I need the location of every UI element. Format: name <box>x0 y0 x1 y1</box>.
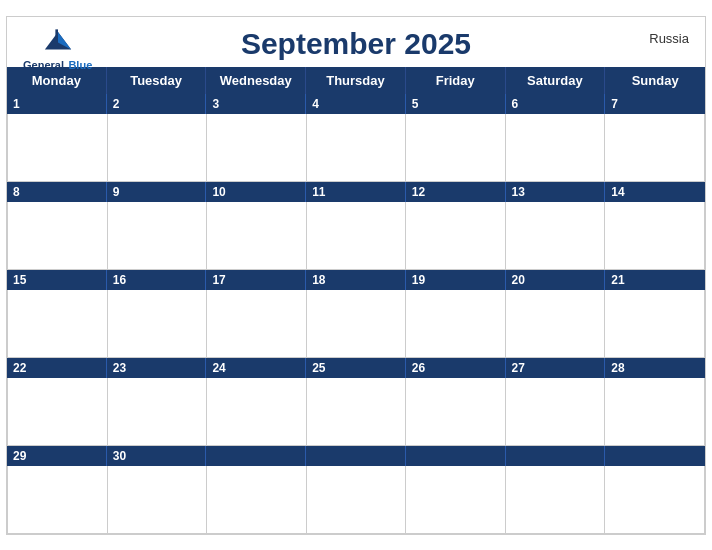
day-cell-15 <box>8 290 108 358</box>
day-cell-9 <box>108 202 208 270</box>
date-label-16: 16 <box>107 270 207 290</box>
day-cell-25 <box>307 378 407 446</box>
date-label-empty <box>406 446 506 466</box>
days-header: MondayTuesdayWednesdayThursdayFridaySatu… <box>7 67 705 94</box>
date-label-17: 17 <box>206 270 306 290</box>
date-label-9: 9 <box>107 182 207 202</box>
day-cell-28 <box>605 378 705 446</box>
country-label: Russia <box>649 31 689 46</box>
day-cell-empty-2 <box>207 466 307 534</box>
day-header-saturday: Saturday <box>506 67 606 94</box>
day-cell-1 <box>8 114 108 182</box>
day-cell-17 <box>207 290 307 358</box>
day-cell-3 <box>207 114 307 182</box>
date-label-3: 3 <box>206 94 306 114</box>
day-cell-24 <box>207 378 307 446</box>
week-content-row-1 <box>7 202 705 270</box>
day-cell-29 <box>8 466 108 534</box>
date-label-12: 12 <box>406 182 506 202</box>
week-content-row-3 <box>7 378 705 446</box>
date-label-8: 8 <box>7 182 107 202</box>
date-label-empty <box>306 446 406 466</box>
day-cell-empty-3 <box>307 466 407 534</box>
date-label-7: 7 <box>605 94 705 114</box>
date-label-20: 20 <box>506 270 606 290</box>
day-cell-12 <box>406 202 506 270</box>
day-cell-16 <box>108 290 208 358</box>
date-label-empty <box>506 446 606 466</box>
week-header-row-1: 891011121314 <box>7 182 705 202</box>
day-cell-23 <box>108 378 208 446</box>
calendar-body: 1234567891011121314151617181920212223242… <box>7 94 705 534</box>
day-cell-26 <box>406 378 506 446</box>
calendar: General Blue September 2025 Russia Monda… <box>6 16 706 535</box>
day-cell-empty-6 <box>605 466 705 534</box>
month-title: September 2025 <box>241 27 471 61</box>
date-label-22: 22 <box>7 358 107 378</box>
day-cell-20 <box>506 290 606 358</box>
week-header-row-4: 2930 <box>7 446 705 466</box>
day-cell-4 <box>307 114 407 182</box>
day-header-wednesday: Wednesday <box>206 67 306 94</box>
date-label-empty <box>605 446 705 466</box>
day-cell-2 <box>108 114 208 182</box>
svg-rect-2 <box>55 29 58 38</box>
date-label-21: 21 <box>605 270 705 290</box>
day-cell-empty-4 <box>406 466 506 534</box>
day-cell-19 <box>406 290 506 358</box>
date-label-23: 23 <box>107 358 207 378</box>
day-cell-18 <box>307 290 407 358</box>
date-label-5: 5 <box>406 94 506 114</box>
day-header-sunday: Sunday <box>605 67 705 94</box>
week-header-row-3: 22232425262728 <box>7 358 705 378</box>
calendar-header: General Blue September 2025 Russia <box>7 17 705 67</box>
date-label-10: 10 <box>206 182 306 202</box>
day-cell-5 <box>406 114 506 182</box>
date-label-27: 27 <box>506 358 606 378</box>
day-cell-21 <box>605 290 705 358</box>
date-label-24: 24 <box>206 358 306 378</box>
day-header-tuesday: Tuesday <box>107 67 207 94</box>
logo-general-text: General Blue <box>23 55 92 73</box>
day-cell-6 <box>506 114 606 182</box>
week-content-row-4 <box>7 466 705 534</box>
week-header-row-2: 15161718192021 <box>7 270 705 290</box>
date-label-25: 25 <box>306 358 406 378</box>
day-cell-13 <box>506 202 606 270</box>
date-label-4: 4 <box>306 94 406 114</box>
date-label-13: 13 <box>506 182 606 202</box>
date-label-empty <box>206 446 306 466</box>
date-label-1: 1 <box>7 94 107 114</box>
date-label-18: 18 <box>306 270 406 290</box>
day-cell-30 <box>108 466 208 534</box>
logo-icon <box>40 25 76 53</box>
day-header-friday: Friday <box>406 67 506 94</box>
day-cell-8 <box>8 202 108 270</box>
day-cell-empty-5 <box>506 466 606 534</box>
date-label-26: 26 <box>406 358 506 378</box>
day-cell-7 <box>605 114 705 182</box>
date-label-30: 30 <box>107 446 207 466</box>
week-content-row-2 <box>7 290 705 358</box>
date-label-29: 29 <box>7 446 107 466</box>
day-cell-22 <box>8 378 108 446</box>
day-header-thursday: Thursday <box>306 67 406 94</box>
date-label-2: 2 <box>107 94 207 114</box>
week-header-row-0: 1234567 <box>7 94 705 114</box>
date-label-6: 6 <box>506 94 606 114</box>
day-cell-11 <box>307 202 407 270</box>
date-label-14: 14 <box>605 182 705 202</box>
date-label-15: 15 <box>7 270 107 290</box>
date-label-28: 28 <box>605 358 705 378</box>
week-content-row-0 <box>7 114 705 182</box>
date-label-19: 19 <box>406 270 506 290</box>
date-label-11: 11 <box>306 182 406 202</box>
day-cell-14 <box>605 202 705 270</box>
logo: General Blue <box>23 25 92 73</box>
day-cell-10 <box>207 202 307 270</box>
day-cell-27 <box>506 378 606 446</box>
